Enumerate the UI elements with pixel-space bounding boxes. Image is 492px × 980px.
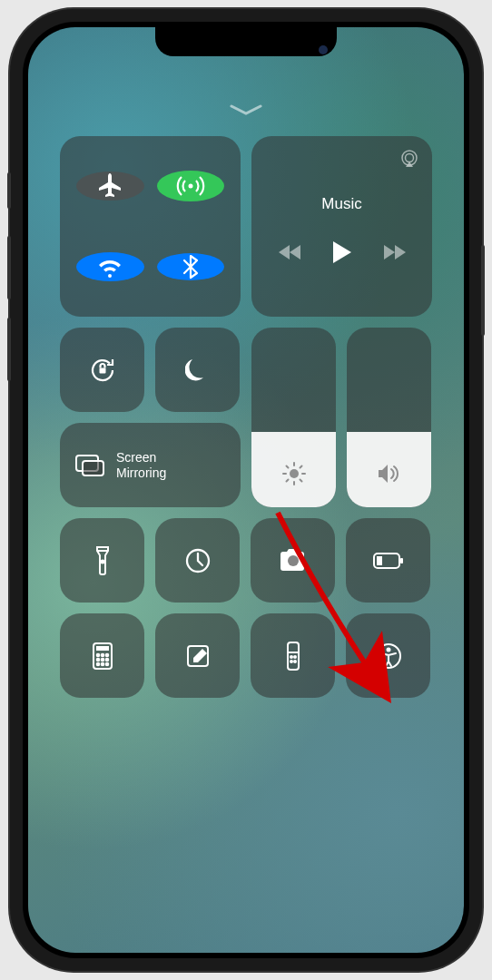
svg-point-26 bbox=[105, 653, 108, 656]
svg-point-37 bbox=[294, 656, 296, 658]
svg-point-31 bbox=[101, 662, 103, 665]
svg-line-13 bbox=[286, 480, 288, 482]
svg-rect-3 bbox=[99, 368, 105, 373]
accessibility-shortcut-button[interactable] bbox=[346, 613, 430, 698]
wifi-icon bbox=[95, 252, 124, 281]
svg-point-39 bbox=[294, 661, 296, 662]
music-module[interactable]: Music bbox=[251, 136, 432, 317]
camera-button[interactable] bbox=[251, 518, 335, 603]
svg-rect-21 bbox=[377, 556, 382, 565]
accessibility-icon bbox=[374, 642, 403, 671]
do-not-disturb-button[interactable] bbox=[155, 328, 240, 412]
svg-point-18 bbox=[288, 555, 299, 566]
flashlight-button[interactable] bbox=[60, 518, 144, 603]
front-camera bbox=[319, 45, 328, 54]
airplane-icon bbox=[95, 172, 124, 201]
svg-line-11 bbox=[286, 466, 288, 468]
svg-point-29 bbox=[105, 658, 108, 661]
calculator-button[interactable] bbox=[60, 613, 144, 698]
svg-rect-23 bbox=[96, 646, 109, 651]
airplane-mode-button[interactable] bbox=[76, 172, 144, 201]
play-button[interactable] bbox=[332, 240, 352, 268]
calculator-icon bbox=[92, 642, 113, 671]
timer-icon bbox=[183, 546, 212, 575]
svg-point-2 bbox=[406, 154, 414, 162]
svg-rect-34 bbox=[288, 642, 299, 670]
screen-mirroring-button[interactable]: Screen Mirroring bbox=[60, 423, 241, 507]
svg-point-36 bbox=[290, 656, 292, 658]
apple-tv-remote-icon bbox=[286, 641, 300, 671]
speaker-icon bbox=[377, 463, 402, 485]
screen-mirroring-icon bbox=[74, 454, 105, 477]
forward-button[interactable] bbox=[383, 244, 407, 264]
svg-point-30 bbox=[96, 662, 99, 665]
low-power-mode-button[interactable] bbox=[346, 518, 430, 603]
svg-point-38 bbox=[290, 661, 292, 662]
moon-icon bbox=[185, 358, 211, 383]
apple-tv-remote-button[interactable] bbox=[251, 613, 335, 698]
svg-point-28 bbox=[101, 658, 103, 661]
orientation-lock-button[interactable] bbox=[60, 328, 144, 412]
control-center: Music bbox=[60, 136, 432, 698]
camera-icon bbox=[278, 549, 309, 573]
volume-slider[interactable] bbox=[347, 328, 431, 507]
svg-point-27 bbox=[96, 658, 99, 661]
phone-frame: Music bbox=[10, 9, 482, 971]
airplay-icon[interactable] bbox=[399, 149, 419, 172]
svg-rect-20 bbox=[400, 558, 403, 564]
svg-point-0 bbox=[188, 184, 192, 189]
svg-point-6 bbox=[290, 469, 299, 478]
svg-rect-5 bbox=[83, 461, 103, 475]
timer-button[interactable] bbox=[155, 518, 240, 603]
svg-point-25 bbox=[101, 653, 103, 656]
music-title: Music bbox=[321, 195, 361, 213]
orientation-lock-icon bbox=[86, 354, 119, 387]
svg-point-16 bbox=[101, 560, 103, 563]
cellular-data-button[interactable] bbox=[157, 171, 225, 201]
flashlight-icon bbox=[93, 545, 112, 576]
notch bbox=[155, 27, 337, 56]
svg-point-24 bbox=[96, 653, 99, 656]
sun-icon bbox=[282, 462, 306, 485]
screen: Music bbox=[28, 27, 464, 953]
rewind-button[interactable] bbox=[278, 244, 301, 264]
svg-line-12 bbox=[300, 480, 301, 482]
low-power-icon bbox=[372, 552, 405, 570]
wifi-button[interactable] bbox=[76, 252, 144, 281]
svg-point-32 bbox=[105, 662, 108, 665]
bluetooth-icon bbox=[177, 253, 204, 280]
notes-icon bbox=[185, 643, 211, 669]
connectivity-module[interactable] bbox=[60, 136, 241, 317]
bluetooth-button[interactable] bbox=[157, 253, 225, 280]
svg-point-41 bbox=[386, 647, 390, 652]
cellular-icon bbox=[175, 171, 206, 201]
svg-line-14 bbox=[300, 466, 301, 468]
dismiss-chevron-icon[interactable] bbox=[230, 104, 262, 121]
screen-mirroring-label: Screen Mirroring bbox=[116, 450, 166, 481]
brightness-slider[interactable] bbox=[251, 328, 336, 507]
notes-button[interactable] bbox=[155, 613, 240, 698]
